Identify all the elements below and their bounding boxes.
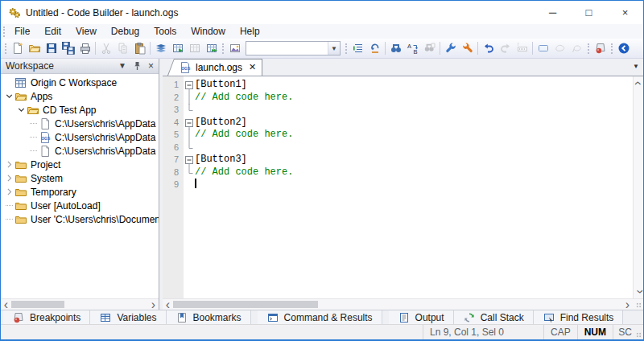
tree-item-c-users-chris-appdata[interactable]: C:\Users\chris\AppData	[1, 117, 159, 130]
panel-tab-output[interactable]: Output	[389, 310, 454, 324]
minimize-button[interactable]: ─	[535, 1, 571, 24]
collapse-chevron-icon[interactable]	[16, 105, 27, 115]
tree-item-origin-c-workspace[interactable]: Origin C Workspace	[1, 76, 159, 89]
tree-item-system[interactable]: System	[1, 171, 159, 185]
workspace-panel-title: Workspace	[6, 60, 54, 72]
rebuild-all-button[interactable]	[203, 39, 220, 57]
workspace-hscrollbar[interactable]: ‹ ›	[1, 298, 159, 310]
tree-item-user-autoload[interactable]: User [AutoLoad]	[1, 199, 159, 212]
panel-close-icon[interactable]: ×	[148, 61, 154, 71]
panel-menu-chevron-icon[interactable]: ▼	[118, 62, 126, 70]
code-line-3: 3	[163, 104, 633, 117]
breakpoints-icon	[12, 311, 25, 324]
pin-icon[interactable]	[133, 61, 142, 71]
insert-name-button[interactable]: f	[514, 39, 530, 57]
tree-item-user-c-users-chris-document[interactable]: User 'C:\Users\chris\Document	[1, 212, 159, 226]
last-position-button[interactable]	[366, 39, 383, 57]
panel-tab-command-results[interactable]: Command & Results	[258, 310, 382, 324]
goto-line-button[interactable]	[349, 39, 366, 57]
tree-connector	[28, 137, 39, 138]
tab-list-chevron-icon[interactable]: ▼	[633, 63, 639, 70]
window-title: Untitled - Code Builder - launch.ogs	[26, 7, 178, 18]
panel-tab-call-stack[interactable]: Call Stack	[454, 310, 534, 324]
fold-collapse-icon[interactable]	[184, 79, 195, 92]
scroll-right-icon[interactable]: ›	[622, 299, 633, 310]
folder-icon	[14, 213, 27, 226]
tree-item-c-users-chris-appdata-2[interactable]: C:\Users\chris\AppData	[1, 144, 159, 158]
build-button[interactable]	[169, 39, 186, 57]
print-button[interactable]	[76, 39, 93, 57]
ogs-file-icon: OGS	[39, 131, 52, 144]
combobox-chevron-icon[interactable]: ▼	[328, 42, 340, 55]
save-all-button[interactable]	[60, 39, 76, 57]
tree-item-project[interactable]: Project	[1, 158, 159, 171]
copy-button[interactable]	[114, 39, 131, 57]
code-comment-text: // Add code here.	[195, 92, 293, 105]
find-in-files-button[interactable]	[421, 39, 438, 57]
paste-button[interactable]	[131, 39, 148, 57]
panel-tab-bookmarks[interactable]: Bookmarks	[167, 310, 251, 324]
menu-window[interactable]: Window	[184, 24, 233, 39]
menu-file[interactable]: File	[7, 24, 37, 39]
tab-launch-ogs[interactable]: OGS launch.ogs ✕	[167, 59, 262, 76]
replace-button[interactable]: AB	[404, 39, 421, 57]
open-file-button[interactable]	[26, 39, 43, 57]
fold-collapse-icon[interactable]	[184, 117, 195, 129]
editor-hscrollbar[interactable]: ‹ ›	[163, 298, 643, 310]
workspace-tree[interactable]: Origin C WorkspaceAppsCD Test AppC:\User…	[1, 74, 159, 298]
scroll-up-icon[interactable]: ‹	[634, 78, 644, 88]
menu-tools[interactable]: Tools	[147, 24, 184, 39]
cut-button[interactable]	[97, 39, 114, 57]
point-select-button[interactable]	[568, 39, 585, 57]
compile-all-button[interactable]	[186, 39, 203, 57]
status-indicator-num: NUM	[577, 325, 613, 339]
tree-item-c-users-chris-appdata-1[interactable]: OGSC:\Users\chris\AppData	[1, 130, 159, 144]
tab-close-icon[interactable]: ✕	[249, 63, 256, 72]
maximize-button[interactable]: □	[571, 1, 607, 24]
script-window-button[interactable]	[226, 39, 243, 57]
workspace-hscroll-thumb[interactable]	[11, 301, 64, 308]
panel-tab-variables[interactable]: Variables	[90, 310, 166, 324]
close-button[interactable]: ×	[607, 1, 643, 24]
scroll-down-icon[interactable]: ‹	[634, 286, 644, 297]
expand-chevron-icon[interactable]	[4, 159, 14, 170]
code-line-4: 4[Button2]	[163, 117, 633, 129]
menu-view[interactable]: View	[68, 24, 104, 39]
menu-help[interactable]: Help	[233, 24, 267, 39]
panel-tab-label: Find Results	[560, 312, 614, 323]
navigate-back-button[interactable]	[615, 39, 632, 57]
tree-item-cd-test-app[interactable]: CD Test App	[1, 103, 159, 117]
toolbar-combobox[interactable]: ▼	[246, 41, 341, 55]
code-editor[interactable]: 1[Button1]2// Add code here.34[Button2]5…	[163, 76, 633, 298]
editor-hscroll-thumb[interactable]	[173, 301, 318, 308]
panel-tab-breakpoints[interactable]: Breakpoints	[3, 310, 90, 324]
tree-item-temporary[interactable]: Temporary	[1, 185, 159, 199]
find-button[interactable]	[387, 39, 404, 57]
undo-button[interactable]	[480, 39, 497, 57]
expand-chevron-icon[interactable]	[4, 173, 14, 183]
scroll-left-icon[interactable]: ‹	[163, 299, 173, 310]
toolbar-grip	[345, 43, 347, 54]
new-file-button[interactable]	[9, 39, 26, 57]
expand-chevron-icon[interactable]	[4, 187, 14, 197]
rect-select-button[interactable]	[535, 39, 551, 57]
preferences-button[interactable]	[442, 39, 459, 57]
redo-button[interactable]	[497, 39, 514, 57]
menu-edit[interactable]: Edit	[37, 24, 68, 39]
breakpoint-button[interactable]	[592, 39, 609, 57]
debug-preferences-button[interactable]	[459, 39, 476, 57]
scroll-right-icon[interactable]: ›	[148, 299, 159, 310]
tree-item-apps[interactable]: Apps	[1, 89, 159, 103]
compile-button[interactable]	[152, 39, 169, 57]
fold-collapse-icon[interactable]	[184, 154, 195, 166]
collapse-chevron-icon[interactable]	[4, 91, 14, 101]
window-resize-grip[interactable]	[632, 325, 643, 339]
save-button[interactable]	[43, 39, 60, 57]
scroll-left-icon[interactable]: ‹	[1, 299, 11, 310]
lasso-select-button[interactable]	[551, 39, 568, 57]
panel-tab-find-results[interactable]: Find Results	[534, 310, 624, 324]
editor-vscrollbar[interactable]: ‹ ‹	[633, 76, 643, 298]
fold-margin	[184, 92, 195, 105]
menu-debug[interactable]: Debug	[104, 24, 147, 39]
menubar-grip	[3, 27, 5, 37]
